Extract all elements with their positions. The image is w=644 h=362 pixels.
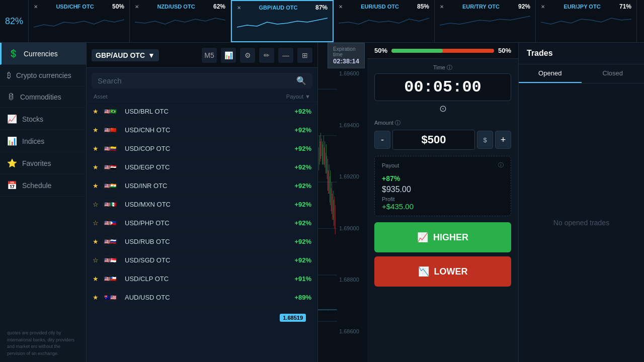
asset-row[interactable]: ★ 🇺🇸 🇧🇷 USD/BRL OTC +92% bbox=[87, 102, 317, 121]
currency-btn[interactable]: $ bbox=[477, 131, 493, 149]
flag-quote: 🇨🇴 bbox=[109, 144, 118, 153]
payout-sort-icon: ▼ bbox=[305, 94, 310, 100]
star-icon[interactable]: ☆ bbox=[93, 219, 99, 227]
sidebar-item-crypto[interactable]: ₿ Crypto currencies bbox=[0, 65, 86, 86]
search-icon[interactable]: 🔍 bbox=[296, 76, 306, 85]
ticker-name-3: GBP/AUD OTC bbox=[259, 5, 298, 11]
trades-header: Trades bbox=[519, 43, 644, 64]
asset-payout: +91% bbox=[294, 275, 311, 283]
star-icon[interactable]: ★ bbox=[93, 275, 99, 283]
ticker-pct-4: 85% bbox=[417, 3, 429, 10]
star-icon[interactable]: ★ bbox=[93, 108, 99, 115]
flag-group: 🇺🇸 🇨🇳 bbox=[103, 125, 121, 134]
asset-payout: +92% bbox=[294, 163, 311, 171]
trades-tabs: Opened Closed bbox=[519, 64, 644, 83]
price-3: 1.69200 bbox=[339, 173, 365, 179]
asset-row[interactable]: ☆ 🇺🇸 🇵🇭 USD/PHP OTC +92% bbox=[87, 214, 317, 232]
svg-rect-23 bbox=[326, 144, 327, 173]
lower-icon: 📉 bbox=[418, 266, 429, 277]
sentiment-bar-fill bbox=[391, 49, 443, 53]
flag-group: 🇦🇺 🇺🇸 bbox=[103, 293, 121, 302]
asset-payout: +92% bbox=[294, 182, 311, 190]
ticker-close-6[interactable]: ✕ bbox=[541, 4, 545, 10]
lower-button[interactable]: 📉 LOWER bbox=[374, 256, 511, 287]
svg-rect-30 bbox=[331, 188, 332, 211]
sidebar-item-indices[interactable]: 📊 Indices bbox=[0, 130, 86, 152]
sidebar-item-favorites[interactable]: ⭐ Favorites bbox=[0, 152, 86, 174]
asset-name: USD/INR OTC bbox=[125, 182, 290, 190]
sentiment-bar-container: 50% 50% bbox=[367, 43, 518, 59]
flag-quote: 🇷🇺 bbox=[109, 237, 118, 246]
star-icon[interactable]: ★ bbox=[93, 126, 99, 134]
ticker-item-1[interactable]: ✕ USD/CHF OTC 50% bbox=[29, 0, 130, 42]
ticker-close-2[interactable]: ✕ bbox=[135, 4, 139, 10]
column-payout[interactable]: Payout ▼ bbox=[286, 94, 310, 100]
pair-selector[interactable]: GBP/AUD OTC ▼ bbox=[92, 49, 159, 61]
amount-plus-btn[interactable]: + bbox=[495, 131, 511, 149]
svg-rect-31 bbox=[332, 182, 332, 214]
star-icon[interactable]: ☆ bbox=[93, 201, 99, 208]
chart-settings-btn[interactable]: ⚙ bbox=[240, 48, 255, 63]
asset-row[interactable]: ★ 🇺🇸 🇨🇴 USD/COP OTC +92% bbox=[87, 139, 317, 158]
asset-row[interactable]: ☆ 🇺🇸 🇸🇬 USD/SGD OTC +92% bbox=[87, 251, 317, 269]
price-6: 1.68600 bbox=[339, 328, 365, 334]
star-icon[interactable]: ★ bbox=[93, 238, 99, 245]
ticker-close-1[interactable]: ✕ bbox=[34, 4, 38, 10]
ticker-item-4[interactable]: ✕ EUR/USD OTC 85% bbox=[334, 0, 435, 42]
asset-name: USD/CLP OTC bbox=[125, 275, 290, 283]
ticker-pct-3: 87% bbox=[315, 4, 328, 11]
ticker-close-5[interactable]: ✕ bbox=[440, 4, 444, 10]
left-sidebar: 💲 Currencies ₿ Crypto currencies 🛢 Commo… bbox=[0, 43, 87, 362]
sidebar-label-schedule: Schedule bbox=[22, 182, 51, 190]
asset-row[interactable]: ★ 🇺🇸 🇮🇳 USD/INR OTC +92% bbox=[87, 176, 317, 195]
svg-rect-14 bbox=[320, 141, 320, 161]
chart-type-btn[interactable]: 📊 bbox=[221, 48, 236, 63]
asset-row[interactable]: ★ 🇺🇸 🇷🇺 USD/RUB OTC +92% bbox=[87, 232, 317, 251]
chart-line-btn[interactable]: — bbox=[278, 48, 293, 63]
payout-pct: +87% bbox=[382, 171, 504, 184]
sidebar-item-schedule[interactable]: 📅 Schedule bbox=[0, 174, 86, 197]
chart-draw-btn[interactable]: ✏ bbox=[259, 48, 274, 63]
asset-payout: +92% bbox=[294, 238, 311, 245]
search-input[interactable] bbox=[98, 76, 296, 85]
chart-grid-btn[interactable]: ⊞ bbox=[297, 48, 312, 63]
m5-badge[interactable]: M5 bbox=[202, 48, 217, 63]
ticker-item-3[interactable]: ✕ GBP/AUD OTC 87% bbox=[231, 0, 334, 42]
star-icon[interactable]: ★ bbox=[93, 145, 99, 152]
higher-button[interactable]: 📈 HIGHER bbox=[374, 222, 511, 252]
sidebar-item-currencies[interactable]: 💲 Currencies bbox=[0, 43, 86, 65]
amount-section: Amount ⓘ - $500 $ + bbox=[374, 119, 511, 150]
asset-row[interactable]: ★ 🇺🇸 🇨🇱 USD/CLP OTC +91% bbox=[87, 269, 317, 288]
asset-row[interactable]: ★ 🇦🇺 🇺🇸 AUD/USD OTC +89% bbox=[87, 288, 317, 307]
ticker-item-5[interactable]: ✕ EUR/TRY OTC 92% bbox=[435, 0, 536, 42]
ticker-item-6[interactable]: ✕ EUR/JPY OTC 71% bbox=[536, 0, 637, 42]
ticker-first[interactable]: 82% bbox=[0, 0, 29, 42]
star-icon[interactable]: ★ bbox=[93, 163, 99, 171]
asset-row[interactable]: ★ 🇺🇸 🇪🇬 USD/EGP OTC +92% bbox=[87, 158, 317, 176]
sidebar-item-commodities[interactable]: 🛢 Commodities bbox=[0, 86, 86, 108]
svg-rect-27 bbox=[329, 164, 330, 194]
asset-row[interactable]: ★ 🇺🇸 🇨🇳 USD/CNH OTC +92% bbox=[87, 121, 317, 139]
tab-opened[interactable]: Opened bbox=[519, 64, 582, 83]
price-2: 1.69400 bbox=[339, 122, 365, 128]
time-section: Time ⓘ 00:05:00 ⊙ bbox=[374, 64, 511, 114]
time-icon[interactable]: ⊙ bbox=[374, 103, 511, 114]
ticker-chart-5 bbox=[440, 12, 530, 32]
star-icon[interactable]: ★ bbox=[93, 182, 99, 190]
svg-rect-28 bbox=[330, 176, 330, 203]
star-icon[interactable]: ☆ bbox=[93, 256, 99, 264]
asset-row[interactable]: ☆ 🇺🇸 🇲🇽 USD/MXN OTC +92% bbox=[87, 195, 317, 214]
flag-group: 🇺🇸 🇪🇬 bbox=[103, 162, 121, 171]
star-icon[interactable]: ★ bbox=[93, 294, 99, 301]
ticker-close-4[interactable]: ✕ bbox=[339, 4, 343, 10]
ticker-close-3[interactable]: ✕ bbox=[237, 5, 241, 11]
no-trades-message: No opened trades bbox=[519, 83, 644, 362]
chart-tools: M5 📊 ⚙ ✏ — ⊞ bbox=[202, 48, 312, 63]
ticker-item-2[interactable]: ✕ NZD/USD OTC 62% bbox=[130, 0, 231, 42]
sidebar-item-stocks[interactable]: 📈 Stocks bbox=[0, 108, 86, 130]
amount-minus-btn[interactable]: - bbox=[374, 131, 390, 149]
tab-closed[interactable]: Closed bbox=[582, 64, 645, 83]
asset-name: USD/PHP OTC bbox=[125, 219, 290, 227]
lower-label: LOWER bbox=[434, 266, 468, 277]
amount-label: Amount ⓘ bbox=[374, 119, 511, 127]
